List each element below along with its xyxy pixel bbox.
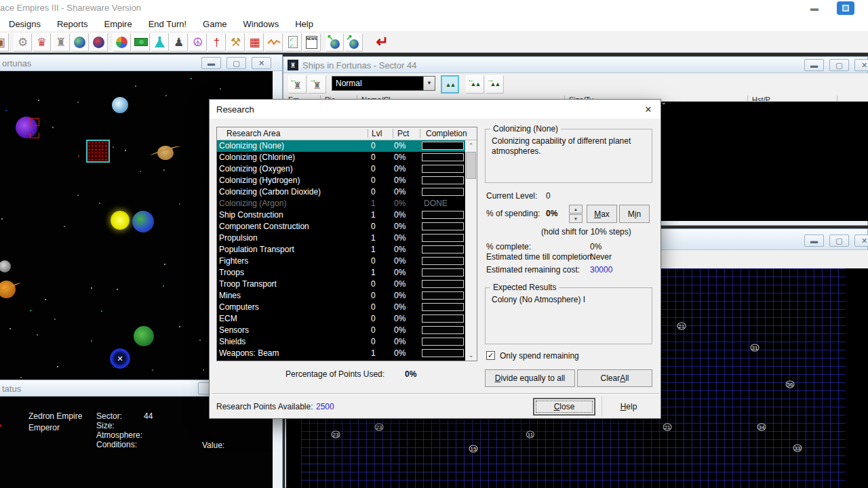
maximize-icon[interactable]: ▢: [226, 57, 246, 69]
research-row[interactable]: ECM00%: [217, 313, 465, 325]
column-pct[interactable]: Pct: [397, 129, 409, 138]
research-row[interactable]: Colonizing (Chlorine)00%: [217, 152, 465, 163]
scrollbar-thumb[interactable]: [466, 152, 476, 179]
system-marker[interactable]: 33: [793, 445, 802, 452]
system-marker[interactable]: 21: [677, 323, 686, 330]
menu-empire[interactable]: Empire: [99, 18, 138, 30]
research-dialog-titlebar[interactable]: Research ✕: [210, 100, 660, 119]
minimize-icon[interactable]: ▬: [201, 57, 221, 69]
research-scrollbar[interactable]: ⌃ ⌄: [465, 140, 477, 361]
column-lvl[interactable]: Lvl: [372, 129, 382, 138]
ships-titlebar[interactable]: ♜ Ships in Fortunas - Sector 44 ▬ ▢ ✕: [283, 57, 867, 73]
menu-reports[interactable]: Reports: [52, 18, 94, 30]
system-marker[interactable]: 23: [375, 424, 384, 431]
scepter-icon[interactable]: †: [208, 33, 226, 52]
warp-point[interactable]: ✕: [110, 348, 130, 369]
prev-fleet-icon[interactable]: ▲▲←: [466, 75, 484, 94]
close-icon[interactable]: ✕: [641, 103, 656, 115]
maximize-icon[interactable]: ▢: [829, 59, 849, 71]
minimize-icon[interactable]: ▬: [804, 235, 824, 247]
pie-chart-icon[interactable]: [113, 33, 131, 52]
min-button[interactable]: Min: [619, 205, 650, 223]
research-row[interactable]: Colonizing (Carbon Dioxide)00%: [217, 186, 465, 198]
chevron-down-icon[interactable]: ▼: [423, 77, 435, 90]
fortunas-titlebar[interactable]: ortunas ▬ ▢ ✕: [0, 55, 282, 71]
money-icon[interactable]: [132, 33, 150, 52]
research-row[interactable]: Weapons: Missile00%: [217, 359, 465, 361]
research-row[interactable]: Computers00%: [217, 302, 465, 313]
yellow-star[interactable]: [111, 211, 130, 230]
research-row[interactable]: Troops10%: [217, 267, 465, 279]
end-turn-icon[interactable]: ↵: [373, 33, 391, 52]
research-row[interactable]: Propulsion10%: [217, 232, 465, 244]
chart-line-icon[interactable]: [264, 33, 283, 52]
next-ship-icon[interactable]: ♜→: [308, 75, 326, 94]
system-marker[interactable]: 15: [469, 445, 478, 453]
column-completion[interactable]: Completion: [426, 129, 467, 138]
menu-designs[interactable]: Designs: [3, 18, 46, 30]
research-row[interactable]: Component Construction00%: [217, 221, 465, 232]
politics-peace-icon[interactable]: ☮: [189, 33, 207, 52]
scroll-down-icon[interactable]: ⌄: [465, 350, 477, 361]
system-marker[interactable]: 31: [751, 344, 760, 352]
scroll-up-icon[interactable]: ⌃: [465, 140, 477, 151]
prev-system-icon[interactable]: ↖: [326, 33, 344, 52]
terran-planet[interactable]: [132, 211, 154, 232]
maximize-icon[interactable]: [837, 1, 854, 15]
ship-design-icon[interactable]: ♜: [52, 33, 70, 52]
research-row[interactable]: Troop Transport00%: [217, 279, 465, 290]
only-spend-checkbox[interactable]: ✓: [486, 351, 495, 360]
research-row[interactable]: Weapons: Beam10%: [217, 348, 465, 359]
research-row[interactable]: Shields00%: [217, 336, 465, 348]
chevron-down-icon[interactable]: ⌄: [660, 98, 667, 106]
research-row[interactable]: Sensors00%: [217, 325, 465, 336]
next-fleet-icon[interactable]: ▲▲→: [486, 75, 504, 94]
prev-ship-icon[interactable]: ♜←: [288, 75, 307, 94]
close-icon[interactable]: ✕: [854, 59, 868, 71]
research-row[interactable]: Population Transport10%: [217, 244, 465, 256]
research-flask-icon[interactable]: [151, 33, 169, 52]
maximize-icon[interactable]: ▢: [829, 235, 849, 247]
package-icon[interactable]: ▣: [0, 33, 9, 52]
divide-equally-button[interactable]: Divide equally to all: [485, 369, 575, 387]
system-marker[interactable]: 34: [757, 424, 766, 431]
green-planet[interactable]: [134, 326, 154, 346]
next-system-icon[interactable]: ↗: [344, 33, 363, 52]
system-marker[interactable]: 56: [786, 381, 795, 388]
planet-report-icon[interactable]: [71, 33, 89, 52]
system-marker[interactable]: 23: [332, 431, 340, 439]
research-row[interactable]: Ship Construction10%: [217, 209, 465, 221]
log-clipboard-icon[interactable]: ✓✓: [283, 33, 302, 52]
research-row[interactable]: Colonizing (Oxygen)00%: [217, 163, 465, 175]
molecule-icon[interactable]: ⚙: [14, 33, 32, 52]
max-button[interactable]: Max: [587, 205, 617, 223]
spinner-up-icon[interactable]: ▲: [569, 205, 583, 214]
close-icon[interactable]: ✕: [252, 57, 271, 69]
menu-windows[interactable]: Windows: [237, 18, 284, 30]
spinner-down-icon[interactable]: ▼: [569, 214, 583, 223]
empire-globe-icon[interactable]: [90, 33, 108, 52]
moon[interactable]: [0, 260, 11, 272]
cargo-bricks-icon[interactable]: ▦: [245, 33, 264, 52]
construction-crane-icon[interactable]: ⚒: [226, 33, 245, 52]
research-row[interactable]: Colonizing (Argon)10%DONE: [217, 198, 465, 209]
menu-game[interactable]: Game: [197, 18, 232, 30]
news-icon[interactable]: NEWS: [302, 33, 321, 52]
ships-column-hst-p[interactable]: Hst/P: [748, 96, 837, 102]
selected-sector-marker[interactable]: [86, 140, 110, 163]
research-row[interactable]: Colonizing (None)00%: [217, 140, 465, 152]
minimize-icon[interactable]: ▬: [804, 59, 824, 71]
system-marker[interactable]: 21: [663, 424, 672, 431]
research-row[interactable]: Mines00%: [217, 290, 465, 302]
menu-end-turn-[interactable]: End Turn!: [143, 18, 192, 30]
research-row[interactable]: Fighters00%: [217, 256, 465, 267]
close-button[interactable]: Close: [533, 398, 595, 415]
column-research-area[interactable]: Research Area: [226, 129, 280, 138]
crown-icon[interactable]: ♛: [33, 33, 51, 52]
fleet-view-icon[interactable]: ▲▲: [441, 75, 459, 94]
clear-all-button[interactable]: Clear All: [577, 369, 652, 387]
ship-filter-dropdown[interactable]: Normal▼: [332, 76, 435, 91]
menu-help[interactable]: Help: [290, 18, 319, 30]
minimize-icon[interactable]: ▬: [804, 2, 825, 14]
help-button[interactable]: Help: [599, 398, 658, 415]
